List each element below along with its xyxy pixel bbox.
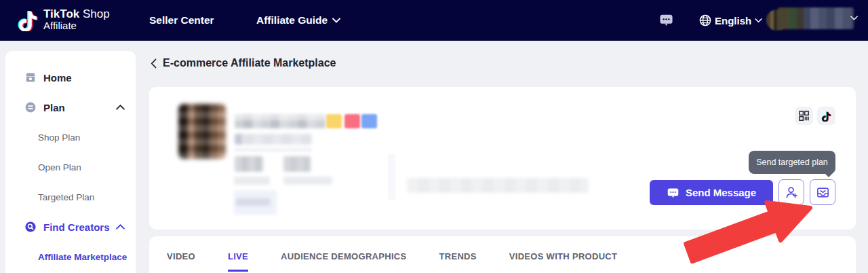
tab-trends[interactable]: TRENDS: [439, 251, 477, 272]
find-creators-icon: [24, 221, 37, 233]
tab-video[interactable]: VIDEO: [167, 251, 195, 272]
chevron-down-icon: [755, 18, 762, 23]
page-title: E-commerce Affiliate Marketplace: [163, 57, 336, 69]
emoji-blue-blurred: [361, 114, 377, 128]
stat-value-blurred: [283, 156, 311, 172]
nav-affiliate-guide-label: Affiliate Guide: [256, 14, 328, 26]
logo-brand: TikTok: [43, 7, 79, 20]
creator-handle-blurred: [235, 134, 312, 145]
sidebar-item-plan-label: Plan: [43, 102, 65, 113]
tabs: VIDEO LIVE AUDIENCE DEMOGRAPHICS TRENDS …: [149, 236, 856, 272]
logo-text: TikTok Shop Affiliate: [43, 8, 110, 31]
creator-name-blurred: [235, 114, 326, 128]
creator-info-line-blurred: [407, 162, 492, 177]
qr-grid-icon: [799, 111, 809, 121]
qr-code-button[interactable]: [795, 107, 813, 125]
send-plan-inbox-icon: [816, 185, 830, 200]
tab-live[interactable]: LIVE: [228, 251, 248, 272]
messages-icon[interactable]: [659, 13, 673, 27]
language-label: English: [715, 15, 751, 26]
chevron-up-icon[interactable]: [116, 105, 125, 111]
nav-seller-center-label: Seller Center: [149, 14, 214, 26]
plan-icon: [24, 101, 37, 113]
nav-seller-center[interactable]: Seller Center: [149, 0, 214, 41]
globe-icon: [699, 14, 711, 26]
tiktok-icon: [821, 111, 831, 122]
creator-badge-inner-blurred: [236, 198, 271, 206]
tiktok-note-icon: [18, 8, 38, 31]
sidebar-item-plan[interactable]: Plan: [5, 92, 136, 122]
back-chevron-icon[interactable]: [151, 58, 157, 69]
sidebar-item-affiliate-marketplace[interactable]: Affiliate Marketplace: [5, 242, 136, 272]
send-targeted-plan-button[interactable]: [810, 179, 835, 205]
sidebar-item-targeted-plan-label: Targeted Plan: [38, 192, 94, 202]
add-person-icon: [785, 185, 799, 200]
sidebar-item-find-creators[interactable]: Find Creators: [5, 212, 136, 242]
tab-videos-with-product[interactable]: VIDEOS WITH PRODUCT: [509, 251, 618, 272]
tab-audience-demographics[interactable]: AUDIENCE DEMOGRAPHICS: [281, 251, 406, 272]
sidebar-item-shop-plan[interactable]: Shop Plan: [5, 122, 136, 152]
logo-line2: Affiliate: [43, 20, 110, 31]
logo-suffix: Shop: [83, 7, 110, 20]
language-selector[interactable]: English: [699, 0, 762, 41]
sidebar-item-find-creators-label: Find Creators: [43, 221, 110, 233]
nav-affiliate-guide[interactable]: Affiliate Guide: [256, 0, 340, 41]
sidebar-item-open-plan[interactable]: Open Plan: [5, 152, 136, 182]
emoji-yellow-blurred: [326, 114, 342, 128]
stat-label-blurred: [234, 177, 270, 185]
tiktok-shop-affiliate-logo[interactable]: TikTok Shop Affiliate: [18, 8, 110, 31]
send-message-button[interactable]: Send Message: [650, 180, 773, 205]
home-icon: [24, 71, 37, 84]
tooltip-send-targeted-plan: Send targeted plan: [749, 151, 835, 174]
sidebar: Home Plan Shop Plan Open Plan Targeted P…: [5, 51, 136, 273]
sidebar-item-shop-plan-label: Shop Plan: [38, 132, 80, 143]
chat-bubble-icon: [667, 187, 679, 199]
stat-value-blurred: [235, 156, 263, 172]
sidebar-item-home-label: Home: [43, 72, 72, 84]
creator-avatar-blurred: [178, 104, 226, 159]
sidebar-item-affiliate-marketplace-label: Affiliate Marketplace: [38, 252, 127, 262]
divider: [388, 154, 395, 200]
breadcrumb[interactable]: E-commerce Affiliate Marketplace: [151, 57, 336, 69]
chevron-down-icon: [332, 18, 340, 23]
creator-info-line-blurred: [407, 178, 589, 193]
stat-label-blurred: [283, 177, 332, 185]
sidebar-item-open-plan-label: Open Plan: [38, 162, 81, 172]
creator-detail-tabbar: VIDEO LIVE AUDIENCE DEMOGRAPHICS TRENDS …: [149, 236, 856, 273]
chevron-down-icon[interactable]: [850, 15, 858, 21]
emoji-red-blurred: [344, 114, 360, 128]
add-creator-button[interactable]: [778, 179, 804, 205]
chevron-up-icon[interactable]: [116, 224, 125, 230]
creator-subline-blurred: [235, 147, 312, 152]
top-navbar: TikTok Shop Affiliate Seller Center Affi…: [0, 0, 868, 41]
send-message-label: Send Message: [686, 187, 756, 198]
creator-profile-card: Send targeted plan Send Message: [149, 87, 856, 230]
tiktok-profile-button[interactable]: [817, 107, 835, 125]
username-blurred: [778, 7, 854, 29]
tooltip-text: Send targeted plan: [756, 158, 828, 167]
sidebar-item-targeted-plan[interactable]: Targeted Plan: [5, 182, 136, 212]
sidebar-item-home[interactable]: Home: [5, 62, 136, 92]
